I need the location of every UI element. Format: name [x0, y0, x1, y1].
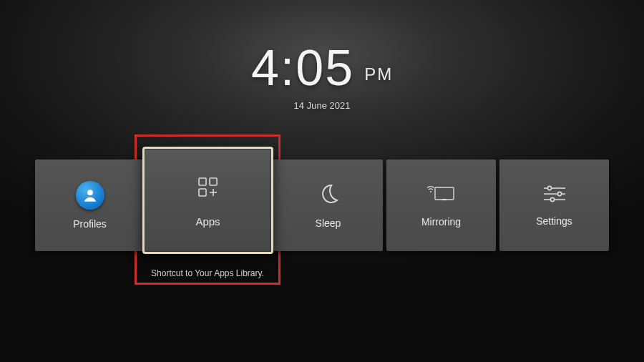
sliders-icon: [542, 184, 567, 207]
clock-time: 4:05: [251, 43, 354, 93]
tile-label: Apps: [195, 215, 220, 228]
tile-mirroring[interactable]: Mirroring: [386, 160, 496, 251]
svg-rect-1: [435, 187, 454, 200]
quick-menu-row: Profiles Sleep Mirroring: [35, 160, 609, 251]
tile-sleep[interactable]: Sleep: [273, 160, 383, 251]
svg-point-3: [430, 191, 431, 192]
mirroring-icon: [426, 183, 457, 207]
tile-label: Sleep: [316, 217, 341, 229]
svg-point-0: [87, 190, 93, 195]
profile-icon: [76, 181, 104, 210]
svg-rect-12: [199, 189, 206, 196]
tile-apps-description: Shortcut to Your Apps Library.: [135, 268, 280, 278]
tile-apps[interactable]: Apps: [142, 147, 273, 254]
svg-point-5: [547, 186, 551, 190]
clock-ampm: PM: [364, 64, 393, 84]
clock-time-row: 4:05 PM: [251, 43, 393, 93]
svg-rect-10: [199, 178, 206, 185]
svg-point-9: [550, 197, 554, 201]
svg-rect-11: [210, 178, 217, 185]
svg-point-7: [557, 192, 561, 195]
moon-icon: [316, 182, 341, 209]
apps-icon: [195, 174, 222, 204]
tile-settings[interactable]: Settings: [499, 160, 609, 251]
tile-label: Profiles: [73, 218, 107, 230]
clock-display: 4:05 PM 14 June 2021: [251, 43, 393, 111]
tile-label: Settings: [536, 215, 572, 227]
tile-profiles[interactable]: Profiles: [35, 160, 145, 251]
clock-date: 14 June 2021: [251, 100, 393, 111]
tile-label: Mirroring: [421, 216, 461, 228]
